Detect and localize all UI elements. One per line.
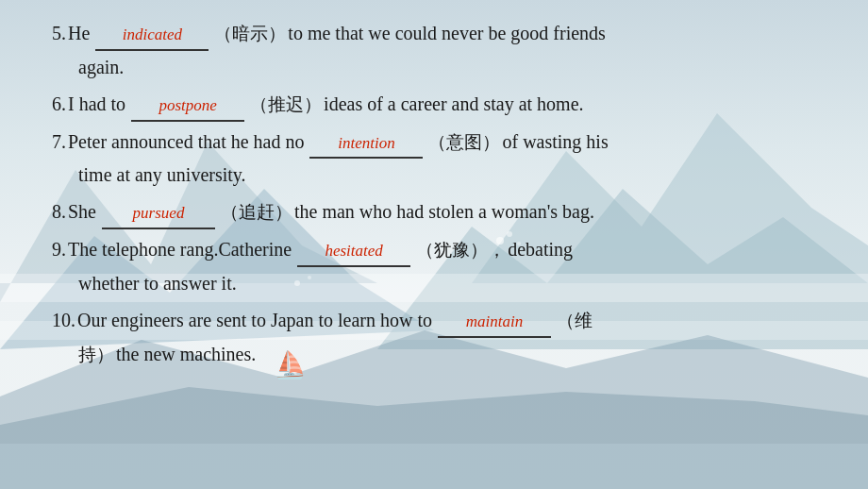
blank-7: intention: [309, 129, 423, 160]
blank-10: maintain: [438, 308, 551, 338]
sentence-8-text: the man who had stolen a woman's bag.: [294, 195, 594, 228]
sentence-8-chinese: （追赶）: [221, 196, 292, 228]
sentence-7-line2: time at any university.: [78, 159, 816, 192]
sentence-5-cont: again.: [78, 51, 124, 84]
sentence-7-text: of wasting his: [502, 126, 608, 159]
blank-10-line: maintain: [438, 308, 551, 338]
blank-6: postpone: [131, 92, 244, 122]
sentence-9: 9. The telephone rang.Catherine hesitate…: [52, 233, 816, 300]
sentence-10-line2: 持） the new machines.: [78, 338, 816, 371]
sentence-8-part1: She: [68, 195, 96, 228]
sentence-6-num: 6.: [52, 88, 66, 121]
sentence-5-line1: 5. He indicated （暗示） to me that we could…: [52, 17, 816, 51]
sentence-7: 7. Peter announced that he had no intent…: [52, 126, 816, 193]
sentence-9-cont: whether to answer it.: [78, 267, 237, 300]
sentence-9-chinese: （犹豫），: [416, 234, 506, 265]
sentence-7-part1: Peter announced that he had no: [68, 126, 304, 159]
sentence-6-chinese: （推迟）: [250, 89, 322, 120]
sentence-9-text: debating: [508, 233, 573, 266]
sentence-7-line1: 7. Peter announced that he had no intent…: [52, 126, 816, 160]
blank-5-line: indicated: [95, 21, 209, 51]
answer-6: postpone: [159, 92, 216, 120]
sentence-8-line1: 8. She pursued （追赶） the man who had stol…: [52, 195, 816, 229]
blank-7-line: intention: [309, 129, 423, 160]
sentence-6: 6. I had to postpone （推迟） ideas of a car…: [52, 88, 816, 122]
boat-decoration: ⛵: [274, 349, 307, 380]
sentence-7-chinese: （意图）: [428, 126, 500, 158]
blank-9-line: hesitated: [297, 237, 410, 267]
sentence-7-num: 7.: [52, 126, 66, 159]
sentence-5-part1: He: [68, 17, 90, 50]
sentence-9-line2: whether to answer it.: [78, 267, 816, 300]
blank-6-line: postpone: [131, 92, 244, 122]
sentence-10-line1: 10. Our engineers are sent to Japan to l…: [52, 304, 816, 338]
sentence-8: 8. She pursued （追赶） the man who had stol…: [52, 195, 816, 229]
sentence-5-chinese: （暗示）: [214, 18, 286, 49]
sentence-5-line2: again.: [78, 51, 816, 84]
blank-8-line: pursued: [102, 199, 215, 229]
sentence-7-cont: time at any university.: [78, 159, 246, 192]
sentence-10-text2: the new machines.: [116, 338, 256, 371]
sentence-5-num: 5.: [52, 17, 66, 50]
exercise-content: 5. He indicated （暗示） to me that we could…: [0, 0, 868, 392]
answer-5: indicated: [123, 21, 182, 49]
sentence-9-part1: The telephone rang.Catherine: [68, 233, 292, 266]
sentence-5: 5. He indicated （暗示） to me that we could…: [52, 17, 816, 84]
sentence-10-num: 10.: [52, 304, 75, 337]
blank-9: hesitated: [297, 237, 410, 267]
blank-8: pursued: [102, 199, 215, 229]
sentence-10-chinese: （维: [557, 305, 593, 336]
sentence-6-part1: I had to: [68, 88, 125, 121]
sentence-9-line1: 9. The telephone rang.Catherine hesitate…: [52, 233, 816, 267]
sentence-10-part1: Our engineers are sent to Japan to learn…: [77, 304, 432, 337]
answer-10: maintain: [466, 308, 523, 336]
sentence-9-num: 9.: [52, 233, 66, 266]
sentence-10: 10. Our engineers are sent to Japan to l…: [52, 304, 816, 371]
answer-7: intention: [338, 129, 394, 158]
sentence-5-text: to me that we could never be good friend…: [288, 17, 606, 50]
sentence-6-line1: 6. I had to postpone （推迟） ideas of a car…: [52, 88, 816, 122]
answer-9: hesitated: [325, 237, 382, 265]
blank-5: indicated: [95, 21, 209, 51]
sentence-6-text: ideas of a career and stay at home.: [324, 88, 583, 121]
sentence-10-cont: 持）: [78, 339, 114, 370]
sentence-8-num: 8.: [52, 195, 66, 228]
answer-8: pursued: [133, 199, 185, 228]
